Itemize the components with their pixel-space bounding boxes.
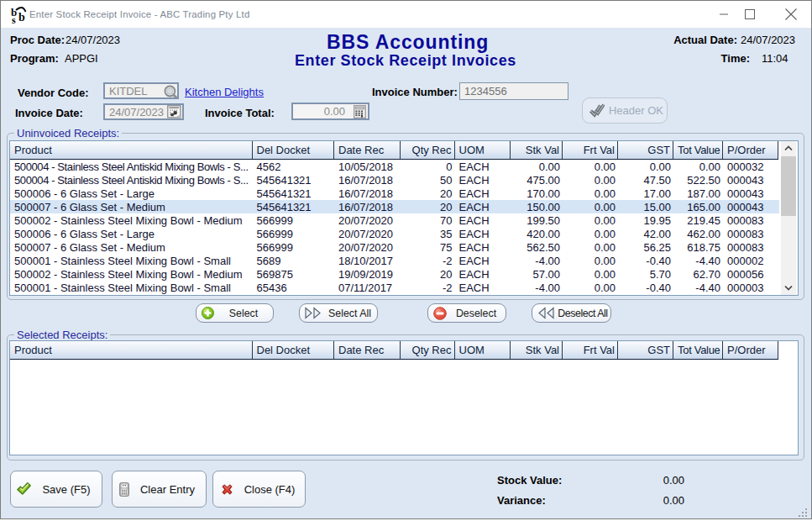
svg-text:s: s xyxy=(12,14,16,24)
svg-text:b: b xyxy=(18,11,25,24)
